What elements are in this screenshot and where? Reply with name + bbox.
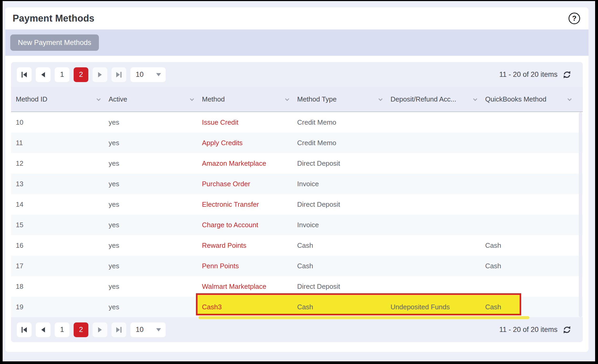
page-size-select[interactable]: 10: [130, 322, 166, 337]
cell-method-id: 13: [11, 180, 104, 188]
cell-method-id: 18: [11, 282, 104, 291]
cell-active: yes: [104, 200, 197, 209]
payment-methods-card: Payment Methods ? New Payment Methods 1 …: [5, 7, 589, 352]
table-row[interactable]: 13 yes Purchase Order Invoice: [11, 174, 583, 194]
cell-quickbooks-method: Cash: [480, 241, 575, 250]
cell-method-id: 11: [11, 139, 104, 147]
next-page-button[interactable]: [93, 67, 107, 82]
refresh-icon[interactable]: [563, 326, 571, 334]
vertical-scrollbar[interactable]: [579, 112, 582, 317]
previous-page-button[interactable]: [36, 67, 50, 82]
page-1-button[interactable]: 1: [55, 67, 69, 82]
cell-method-type: Cash: [292, 241, 386, 250]
cell-method-link[interactable]: Cash3: [197, 303, 292, 311]
first-page-button[interactable]: [17, 67, 32, 82]
previous-page-icon: [41, 72, 45, 77]
cell-method-type: Credit Memo: [292, 139, 386, 147]
dropdown-caret-icon: [156, 73, 161, 76]
column-header-label: Method: [202, 95, 225, 103]
page-background: Payment Methods ? New Payment Methods 1 …: [3, 1, 595, 361]
column-header-label: Method ID: [16, 95, 47, 103]
cell-method-id: 16: [11, 241, 104, 250]
next-page-icon: [98, 327, 102, 332]
column-menu-chevron-down-icon[interactable]: [378, 97, 383, 101]
cell-quickbooks-method: Cash: [480, 303, 575, 311]
cell-method-link[interactable]: Amazon Marketplace: [197, 159, 292, 168]
cell-method-type: Direct Deposit: [292, 159, 386, 168]
table-row[interactable]: 15 yes Charge to Account Invoice: [11, 215, 583, 235]
table-header-row: Method ID Active Method Method Type Depo…: [11, 87, 583, 112]
previous-page-button[interactable]: [36, 322, 50, 337]
table-body: 10 yes Issue Credit Credit Memo 11 yes A…: [11, 112, 583, 317]
cell-method-link[interactable]: Electronic Transfer: [197, 200, 292, 209]
cell-method-id: 19: [11, 303, 104, 311]
page-2-button-active[interactable]: 2: [74, 322, 88, 337]
column-header-label: Method Type: [297, 95, 337, 103]
cell-method-link[interactable]: Purchase Order: [197, 180, 292, 188]
table-row[interactable]: 18 yes Walmart Marketplace Direct Deposi…: [11, 276, 583, 297]
column-menu-chevron-down-icon[interactable]: [285, 97, 289, 101]
cell-method-type: Cash: [292, 262, 386, 270]
next-page-button[interactable]: [93, 322, 107, 337]
table-row[interactable]: 19 yes Cash3 Cash Undeposited Funds Cash: [11, 297, 583, 317]
column-header-6: QuickBooks Method: [480, 87, 575, 112]
bottom-pager-mount: 1 2 10 11 - 20 of 20 items: [11, 317, 583, 342]
table-row[interactable]: 10 yes Issue Credit Credit Memo: [11, 112, 583, 133]
column-header-2: Active: [104, 87, 197, 112]
cell-method-type: Direct Deposit: [292, 282, 386, 291]
last-page-icon: [116, 72, 121, 78]
top-pager-mount: 1 2 10 11 - 20 of 20 items: [11, 62, 583, 87]
table-row[interactable]: 17 yes Penn Points Cash Cash: [11, 256, 583, 276]
toolbar-band: New Payment Methods: [5, 29, 589, 56]
next-page-icon: [98, 72, 102, 77]
cell-method-link[interactable]: Penn Points: [197, 262, 292, 270]
page-2-button-active[interactable]: 2: [74, 67, 88, 82]
table-row[interactable]: 14 yes Electronic Transfer Direct Deposi…: [11, 194, 583, 215]
column-header-5: Deposit/Refund Acc...: [386, 87, 480, 112]
pager-info-text: 11 - 20 of 20 items: [499, 70, 558, 79]
column-menu-chevron-down-icon[interactable]: [567, 97, 572, 101]
column-header-3: Method: [197, 87, 292, 112]
cell-quickbooks-method: Cash: [480, 262, 575, 270]
column-menu-chevron-down-icon[interactable]: [473, 97, 477, 101]
first-page-icon: [22, 72, 27, 78]
table-row[interactable]: 12 yes Amazon Marketplace Direct Deposit: [11, 153, 583, 174]
cell-method-link[interactable]: Reward Points: [197, 241, 292, 250]
column-header-4: Method Type: [292, 87, 386, 112]
column-menu-chevron-down-icon[interactable]: [97, 97, 101, 101]
first-page-icon: [22, 327, 27, 333]
payment-methods-grid: 1 2 10 11 - 20 of 20 items: [11, 62, 583, 342]
cell-method-link[interactable]: Charge to Account: [197, 221, 292, 229]
card-header: Payment Methods ?: [5, 7, 589, 29]
first-page-button[interactable]: [17, 322, 32, 337]
cell-method-id: 17: [11, 262, 104, 270]
cell-method-link[interactable]: Issue Credit: [197, 118, 292, 127]
refresh-icon[interactable]: [563, 70, 571, 79]
page-size-select[interactable]: 10: [130, 67, 166, 82]
dropdown-caret-icon: [156, 328, 161, 331]
cell-method-link[interactable]: Walmart Marketplace: [197, 282, 292, 291]
cell-active: yes: [104, 282, 197, 291]
cell-method-id: 15: [11, 221, 104, 229]
cell-method-id: 14: [11, 200, 104, 209]
pagination-buttons: 1 2 10: [17, 322, 166, 337]
pagination-buttons: 1 2 10: [17, 67, 166, 82]
column-header-label: Deposit/Refund Acc...: [391, 95, 456, 103]
help-icon[interactable]: ?: [569, 13, 580, 24]
table-row[interactable]: 11 yes Apply Credits Credit Memo: [11, 133, 583, 153]
cell-method-link[interactable]: Apply Credits: [197, 139, 292, 147]
new-payment-methods-button[interactable]: New Payment Methods: [10, 34, 99, 51]
cell-method-type: Credit Memo: [292, 118, 386, 127]
last-page-button[interactable]: [112, 322, 126, 337]
page-1-button[interactable]: 1: [55, 322, 69, 337]
cell-active: yes: [104, 159, 197, 168]
cell-method-id: 12: [11, 159, 104, 168]
column-header-1: Method ID: [11, 87, 104, 112]
cell-active: yes: [104, 262, 197, 270]
column-header-label: Active: [109, 95, 127, 103]
cell-method-type: Invoice: [292, 180, 386, 188]
table-row[interactable]: 16 yes Reward Points Cash Cash: [11, 235, 583, 256]
column-menu-chevron-down-icon[interactable]: [190, 97, 194, 101]
last-page-button[interactable]: [112, 67, 126, 82]
cell-deposit-account: Undeposited Funds: [386, 303, 480, 311]
